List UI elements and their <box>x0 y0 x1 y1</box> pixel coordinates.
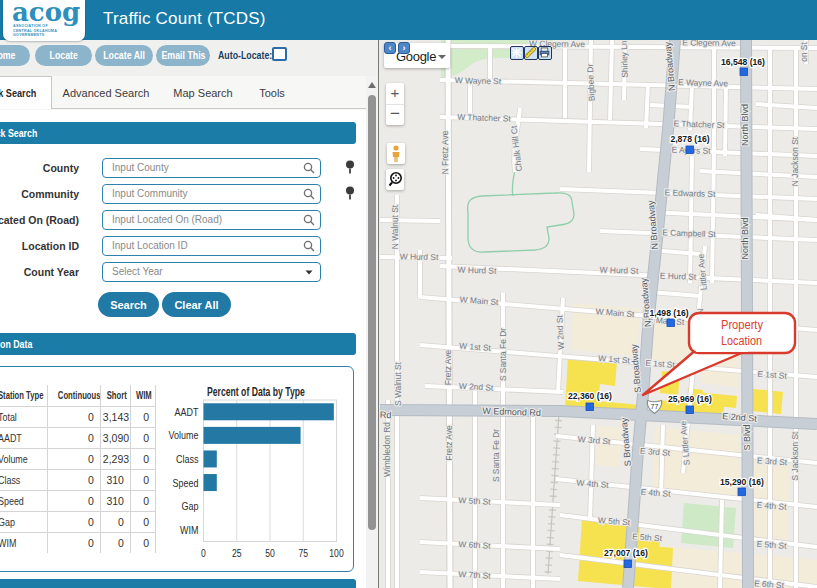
select-count-year[interactable]: Select Year <box>102 262 321 282</box>
traffic-count-label: 2,878 (16) <box>670 134 709 144</box>
left-panel: Home Locate Locate All Email This Auto-L… <box>0 40 379 588</box>
street-label: Rd <box>380 410 392 420</box>
zoom-in-button[interactable]: + <box>386 83 404 104</box>
pin-icon[interactable] <box>345 160 355 175</box>
traffic-count-label: 1,498 (16) <box>649 308 688 318</box>
table-row: Class03100 <box>0 470 156 491</box>
cell-value: 0 <box>47 470 100 491</box>
svg-text:75: 75 <box>298 547 308 559</box>
street-label: W 2nd St <box>459 381 495 393</box>
table-header-row: Station TypeContinuousShortWIM <box>0 385 156 407</box>
cell-value: 0 <box>130 512 155 533</box>
tab-map-search[interactable]: Map Search <box>159 76 247 110</box>
quick-search-header: Quick Search <box>0 122 356 144</box>
street-label: W 2nd St <box>554 314 566 350</box>
street-label: N Walnut St <box>390 204 400 249</box>
street-label: E 4th St <box>756 500 787 512</box>
acog-logo-text: acog <box>12 1 85 23</box>
tabs-row: Quick Search Advanced Search Map Search … <box>0 76 379 110</box>
map-back-button[interactable]: ‹ <box>384 42 396 54</box>
col-header: Station Type <box>0 385 47 407</box>
panel-content: Quick Search CountyInput CountyCommunity… <box>0 116 366 588</box>
locate-all-button[interactable]: Locate All <box>95 45 153 66</box>
cell-value: 0 <box>130 428 155 449</box>
street-label: S Broadway <box>619 417 633 467</box>
street-label: S Santa Fe Dr <box>498 328 508 381</box>
scroll-up-icon[interactable] <box>368 82 376 88</box>
traffic-count-marker[interactable]: 16,548 (16) <box>721 57 765 75</box>
street-label: E 5th St <box>756 539 787 551</box>
next-section-header <box>0 579 356 588</box>
zoom-out-button[interactable]: − <box>386 104 404 125</box>
street-label: Fretz Ave <box>443 350 453 386</box>
map-area[interactable]: W Clegern AveE Clegern AveW Wayne StE Wa… <box>379 40 817 588</box>
street-label: E Hurd St <box>660 271 697 282</box>
pegman-icon <box>387 143 405 164</box>
field-label-location-id: Location ID <box>0 240 79 252</box>
field-label-community: Community <box>0 188 79 200</box>
street-label: E 1st St <box>645 358 676 370</box>
printer-icon <box>539 47 550 58</box>
zoom-window-control[interactable] <box>386 169 404 190</box>
table-row: Speed03100 <box>0 491 156 512</box>
tab-advanced-search[interactable]: Advanced Search <box>62 76 150 110</box>
star-compass-icon <box>511 47 522 58</box>
acog-logo[interactable]: acog ASSOCIATION OFCENTRAL OKLAHOMAGOVER… <box>3 0 85 41</box>
home-button[interactable]: Home <box>0 45 30 66</box>
pegman-control[interactable] <box>387 143 405 164</box>
table-row: AADT03,0900 <box>0 428 156 449</box>
input-county[interactable]: Input County <box>102 158 321 178</box>
scrollbar-thumb[interactable] <box>368 95 376 530</box>
auto-locate-checkbox[interactable] <box>272 47 287 61</box>
street-label: N Jackson St <box>790 136 800 186</box>
street-label: E Campbell St <box>662 227 717 239</box>
tab-tools[interactable]: Tools <box>246 76 298 110</box>
street-label: Wimbledon Rd <box>382 422 392 477</box>
svg-text:25: 25 <box>232 547 242 559</box>
map-tool-extents[interactable] <box>510 46 524 60</box>
input-located-on-road-[interactable]: Input Located On (Road) <box>102 210 321 230</box>
search-icon <box>303 188 315 200</box>
svg-text:50: 50 <box>265 547 275 559</box>
street-label: E 5th St <box>632 531 663 543</box>
input-community[interactable]: Input Community <box>102 184 321 204</box>
cell-value: 0 <box>130 533 155 554</box>
locate-button[interactable]: Locate <box>35 45 92 66</box>
col-header: Short <box>100 385 130 407</box>
map-tool-print[interactable] <box>538 46 552 60</box>
search-button[interactable]: Search <box>98 292 159 317</box>
cell-value: 0 <box>47 449 100 470</box>
station-data-header: Station Data <box>0 333 356 355</box>
map-forward-button[interactable]: › <box>398 42 410 54</box>
street-label: Littler Ave <box>696 253 709 291</box>
pin-icon[interactable] <box>345 186 355 201</box>
street-label: E Edwards St <box>664 187 716 199</box>
email-this-button[interactable]: Email This <box>156 45 210 66</box>
street-label: E 4th St <box>640 487 671 499</box>
street-label: Chalk Hill Ct <box>508 124 524 172</box>
cell-value: 0 <box>100 512 130 533</box>
traffic-count-label: 27,007 (16) <box>604 548 648 558</box>
street-label: Fretz Ave <box>444 425 454 461</box>
station-data-table: Station TypeContinuousShortWIMTotal03,14… <box>0 385 156 553</box>
map-tool-measure[interactable] <box>524 46 538 60</box>
field-label-county: County <box>0 162 79 174</box>
cell-value: 0 <box>100 533 130 554</box>
panel-scrollbar[interactable] <box>366 76 378 588</box>
street-label: W Wayne St <box>455 75 502 86</box>
cell-value: 3,143 <box>100 407 130 428</box>
svg-text:77: 77 <box>651 403 659 410</box>
svg-text:Class: Class <box>176 453 199 465</box>
search-icon <box>303 162 315 174</box>
input-location-id[interactable]: Input Location ID <box>102 236 321 256</box>
ruler-icon <box>525 47 536 58</box>
tab-quick-search[interactable]: Quick Search <box>0 76 52 109</box>
col-header: Continuous <box>47 385 100 407</box>
street-label: E Clegern Ave <box>682 40 736 48</box>
street-label: W Edmond Rd <box>482 406 541 418</box>
street-label: W 7th St <box>458 569 491 581</box>
clear-all-button[interactable]: Clear All <box>162 292 231 317</box>
street-label: W Hurd St <box>458 265 498 276</box>
table-row: Total03,1430 <box>0 407 156 428</box>
callout-line1: Property <box>721 318 764 332</box>
